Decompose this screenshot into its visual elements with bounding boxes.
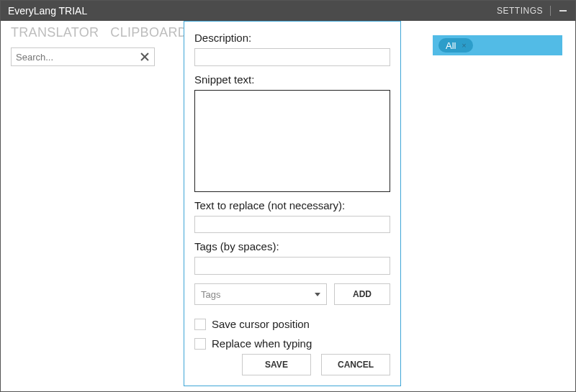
description-label: Description: (194, 32, 390, 44)
checkbox-icon[interactable] (194, 338, 206, 350)
tags-dropdown-row: Tags ADD (194, 283, 390, 305)
search-input[interactable] (16, 52, 140, 63)
dialog-actions: SAVE CANCEL (194, 354, 390, 375)
snippet-text-input[interactable] (194, 90, 390, 192)
replace-typing-checkbox-row[interactable]: Replace when typing (194, 337, 390, 350)
tags-input[interactable] (194, 257, 390, 275)
add-tag-button[interactable]: ADD (334, 283, 390, 305)
snippet-dialog: Description: Snippet text: Text to repla… (184, 21, 401, 386)
cancel-button[interactable]: CANCEL (321, 354, 390, 375)
tag-filter-bar: All × (433, 35, 562, 55)
tag-chip-label: All (446, 40, 456, 51)
settings-button[interactable]: SETTINGS (497, 6, 543, 16)
save-cursor-checkbox-row[interactable]: Save cursor position (194, 318, 390, 330)
tab-clipboard[interactable]: CLIPBOARD (110, 25, 187, 40)
app-title: EveryLang TRIAL (8, 5, 497, 17)
clear-search-icon[interactable] (140, 52, 150, 62)
titlebar: EveryLang TRIAL SETTINGS (1, 1, 575, 21)
tags-label: Tags (by spaces): (194, 240, 390, 252)
replace-typing-label: Replace when typing (212, 337, 312, 350)
replace-label: Text to replace (not necessary): (194, 199, 390, 211)
chevron-down-icon (315, 293, 320, 296)
tags-dropdown[interactable]: Tags (194, 283, 327, 305)
tab-translator[interactable]: TRANSLATOR (11, 25, 99, 40)
search-box[interactable] (11, 47, 155, 66)
titlebar-separator (550, 6, 551, 16)
save-button[interactable]: SAVE (242, 354, 311, 375)
left-column (11, 47, 180, 382)
replace-input[interactable] (194, 216, 390, 234)
save-cursor-label: Save cursor position (212, 318, 310, 330)
tags-dropdown-placeholder: Tags (201, 289, 220, 300)
snippet-text-label: Snippet text: (194, 73, 390, 86)
tag-chip-all[interactable]: All × (438, 38, 473, 53)
checkbox-icon[interactable] (194, 319, 206, 330)
checkbox-group: Save cursor position Replace when typing (194, 315, 390, 350)
minimize-button[interactable] (558, 6, 568, 16)
tag-chip-remove-icon[interactable]: × (459, 40, 469, 50)
minimize-icon (559, 10, 567, 12)
description-input[interactable] (194, 48, 390, 66)
